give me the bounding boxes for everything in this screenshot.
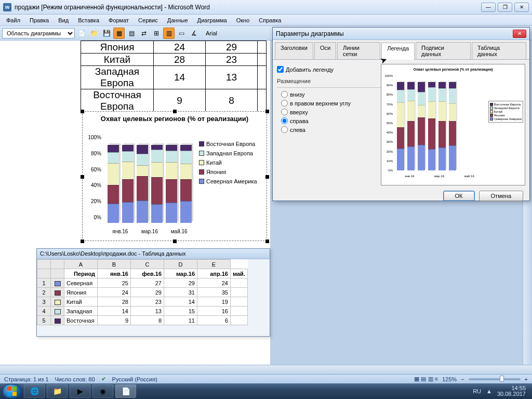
row-label[interactable]: Восточная: [64, 316, 98, 325]
row-label[interactable]: Япония: [64, 288, 98, 297]
col-header[interactable]: A: [64, 260, 98, 269]
menu-Файл[interactable]: Файл: [2, 16, 24, 24]
legend-icon[interactable]: ▭: [176, 28, 187, 39]
placement-radio[interactable]: [281, 109, 288, 115]
row-header[interactable]: 3: [37, 297, 51, 307]
menu-Правка[interactable]: Правка: [25, 16, 53, 24]
period-header[interactable]: мар.16: [164, 269, 197, 278]
cell[interactable]: 19: [197, 297, 231, 307]
menu-Сервис[interactable]: Сервис: [134, 16, 162, 24]
minimize-button[interactable]: —: [481, 3, 496, 12]
menu-Справка[interactable]: Справка: [255, 16, 285, 24]
placement-radio[interactable]: [281, 117, 288, 124]
cell[interactable]: 29: [131, 288, 164, 297]
row-header[interactable]: 4: [37, 307, 51, 316]
cell[interactable]: 25: [98, 278, 131, 288]
tab-Линии сетки[interactable]: Линии сетки: [337, 42, 380, 59]
start-button[interactable]: [2, 384, 22, 398]
row-header[interactable]: 5: [37, 316, 51, 325]
cell[interactable]: 15: [164, 307, 197, 316]
dialog-close-button[interactable]: ✕: [513, 30, 526, 38]
placement-right[interactable]: справа: [281, 117, 381, 124]
menu-Окно[interactable]: Окно: [232, 16, 254, 24]
cell[interactable]: 14: [98, 307, 131, 316]
zoom-slider[interactable]: [469, 378, 521, 380]
cell[interactable]: [231, 316, 248, 325]
swap-icon[interactable]: ⇄: [138, 28, 150, 39]
folder-icon[interactable]: 📁: [88, 28, 100, 39]
chart-object[interactable]: Охват целевых регионов (% от реализации)…: [82, 111, 267, 241]
menu-Вид[interactable]: Вид: [54, 16, 73, 24]
selection-handle[interactable]: [265, 110, 269, 113]
period-header[interactable]: апр.16: [197, 269, 231, 278]
save-icon[interactable]: 💾: [101, 28, 112, 39]
cell[interactable]: 11: [164, 316, 197, 325]
restore-button[interactable]: ❐: [498, 3, 512, 12]
cell[interactable]: 6: [197, 316, 231, 325]
period-header[interactable]: янв.16: [98, 269, 131, 278]
add-legend-checkbox[interactable]: Добавить легенду: [277, 66, 381, 73]
cell[interactable]: 28: [98, 297, 131, 307]
table-icon[interactable]: ⊞: [151, 28, 162, 39]
add-legend-input[interactable]: [277, 66, 284, 73]
tab-Таблица данных[interactable]: Таблица данных: [472, 42, 526, 59]
cell[interactable]: 8: [131, 316, 164, 325]
placement-radio[interactable]: [281, 126, 288, 133]
row-header[interactable]: 2: [37, 288, 51, 297]
col-header[interactable]: E: [197, 260, 231, 269]
data-sheet[interactable]: ABCDEПериодянв.16фев.16мар.16апр.16май.1…: [37, 259, 248, 325]
taskbar-media-icon[interactable]: ▶: [70, 384, 90, 398]
cell[interactable]: 14: [164, 297, 197, 307]
taskbar-ie-icon[interactable]: 🌐: [24, 384, 45, 398]
cell[interactable]: [231, 297, 248, 307]
row-header[interactable]: 1: [37, 278, 51, 288]
cell[interactable]: 31: [164, 288, 197, 297]
cell[interactable]: 16: [197, 307, 231, 316]
placement-radio[interactable]: [281, 91, 288, 98]
chart-area-select[interactable]: Область диаграммы: [2, 28, 75, 38]
cell[interactable]: 13: [131, 307, 164, 316]
selection-handle[interactable]: [81, 175, 84, 179]
cell[interactable]: 23: [131, 297, 164, 307]
row-label[interactable]: Китай: [64, 297, 98, 307]
taskbar-explorer-icon[interactable]: 📁: [47, 384, 68, 398]
selection-handle[interactable]: [265, 175, 269, 179]
ok-button[interactable]: ОК: [443, 191, 475, 201]
cell[interactable]: [231, 278, 248, 288]
format-icon[interactable]: 📄: [76, 28, 87, 39]
cell[interactable]: [231, 288, 248, 297]
placement-bottom[interactable]: внизу: [281, 91, 381, 98]
row-label[interactable]: Западная: [64, 307, 98, 316]
cancel-button[interactable]: Отмена: [479, 191, 523, 201]
placement-radio[interactable]: [281, 100, 288, 107]
zoom-value[interactable]: 125%: [442, 376, 457, 382]
tab-Легенда[interactable]: Легенда: [381, 43, 415, 60]
status-words[interactable]: Число слов: 80: [55, 376, 95, 382]
view-icons[interactable]: ▦ ▤ ▥ ≡: [414, 376, 438, 382]
period-header[interactable]: Период: [64, 269, 98, 278]
selection-handle[interactable]: [81, 110, 84, 113]
grid-icon[interactable]: ▤: [126, 28, 137, 39]
col-header[interactable]: B: [98, 260, 131, 269]
col-header[interactable]: C: [131, 260, 164, 269]
tab-Заголовки[interactable]: Заголовки: [275, 42, 313, 59]
zoom-in-button[interactable]: +: [525, 376, 528, 382]
selection-handle[interactable]: [173, 240, 177, 243]
tab-Оси[interactable]: Оси: [314, 42, 336, 59]
period-header[interactable]: фев.16: [131, 269, 164, 278]
close-button[interactable]: ✕: [514, 3, 529, 12]
taskbar-word-icon[interactable]: 📄: [115, 384, 136, 398]
cell[interactable]: 27: [131, 278, 164, 288]
selection-handle[interactable]: [81, 240, 84, 243]
placement-topright[interactable]: в правом верхнем углу: [281, 100, 381, 107]
menu-Вставка[interactable]: Вставка: [74, 16, 103, 24]
system-tray[interactable]: RU ▲ 14:55 30.08.2017: [473, 385, 530, 397]
selection-handle[interactable]: [173, 110, 177, 113]
period-header[interactable]: май.: [231, 269, 248, 278]
cell[interactable]: 35: [197, 288, 231, 297]
axis-icon[interactable]: ∡: [188, 28, 200, 39]
horizontal-scrollbar[interactable]: [0, 365, 532, 374]
menu-Диаграмма[interactable]: Диаграмма: [193, 16, 231, 24]
taskbar-chrome-icon[interactable]: ◉: [92, 384, 113, 398]
tab-Подписи данных[interactable]: Подписи данных: [416, 42, 471, 59]
